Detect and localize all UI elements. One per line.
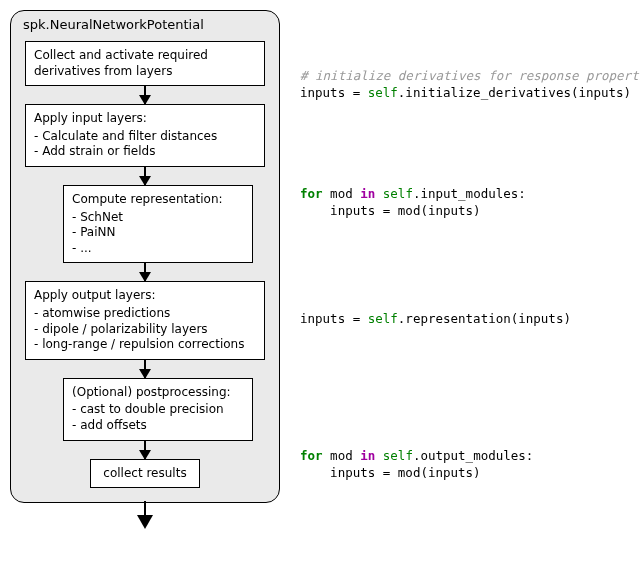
step-title: Compute representation: xyxy=(72,192,223,206)
step-postprocess: (Optional) postprocessing: cast to doubl… xyxy=(63,378,253,441)
step-collect-derivatives: Collect and activate required derivative… xyxy=(25,41,265,86)
list-item: add offsets xyxy=(72,418,244,434)
list-item: PaiNN xyxy=(72,225,244,241)
module-title: spk.NeuralNetworkPotential xyxy=(23,17,204,32)
code-line: inputs = mod(inputs) xyxy=(300,465,481,480)
step-sublist: atomwise predictions dipole / polarizabi… xyxy=(34,306,256,353)
step-sublist: cast to double precision add offsets xyxy=(72,402,244,433)
code-comment: # initialize derivatives for response pr… xyxy=(300,68,640,83)
step-representation: Compute representation: SchNet PaiNN ... xyxy=(63,185,253,263)
list-item: SchNet xyxy=(72,210,244,226)
code-line: for mod in self.input_modules: xyxy=(300,186,526,201)
code-block-representation: inputs = self.representation(inputs) xyxy=(300,311,630,328)
flowchart-column: spk.NeuralNetworkPotential Collect and a… xyxy=(10,10,280,527)
list-item: atomwise predictions xyxy=(34,306,256,322)
step-sublist: Calculate and filter distances Add strai… xyxy=(34,129,256,160)
code-block-init: # initialize derivatives for response pr… xyxy=(300,68,630,102)
code-line: for mod in self.output_modules: xyxy=(300,448,533,463)
flow-arrow-icon xyxy=(144,86,147,104)
list-item: ... xyxy=(72,241,244,257)
list-item: cast to double precision xyxy=(72,402,244,418)
list-item: long-range / repulsion corrections xyxy=(34,337,256,353)
code-line: inputs = self.representation(inputs) xyxy=(300,311,571,326)
step-title: Apply input layers: xyxy=(34,111,147,125)
list-item: dipole / polarizability layers xyxy=(34,322,256,338)
step-input-layers: Apply input layers: Calculate and filter… xyxy=(25,104,265,167)
code-column: # initialize derivatives for response pr… xyxy=(300,10,630,569)
flow-arrow-icon xyxy=(144,441,147,459)
step-sublist: SchNet PaiNN ... xyxy=(72,210,244,257)
list-item: Add strain or fields xyxy=(34,144,256,160)
step-output-layers: Apply output layers: atomwise prediction… xyxy=(25,281,265,359)
figure-container: spk.NeuralNetworkPotential Collect and a… xyxy=(10,10,630,569)
flow-arrow-icon xyxy=(144,167,147,185)
step-title: (Optional) postprocessing: xyxy=(72,385,231,399)
step-collect-results: collect results xyxy=(90,459,200,489)
step-title: Collect and activate required derivative… xyxy=(34,48,208,78)
code-line: inputs = self.initialize_derivatives(inp… xyxy=(300,85,631,100)
module-box: spk.NeuralNetworkPotential Collect and a… xyxy=(10,10,280,503)
code-block-input-loop: for mod in self.input_modules: inputs = … xyxy=(300,186,630,220)
code-line: inputs = mod(inputs) xyxy=(300,203,481,218)
step-title: Apply output layers: xyxy=(34,288,156,302)
code-block-output-loop: for mod in self.output_modules: inputs =… xyxy=(300,448,630,482)
step-title: collect results xyxy=(103,466,186,480)
flow-arrow-out-icon xyxy=(144,501,147,527)
list-item: Calculate and filter distances xyxy=(34,129,256,145)
flow-arrow-icon xyxy=(144,263,147,281)
flow-arrow-icon xyxy=(144,360,147,378)
